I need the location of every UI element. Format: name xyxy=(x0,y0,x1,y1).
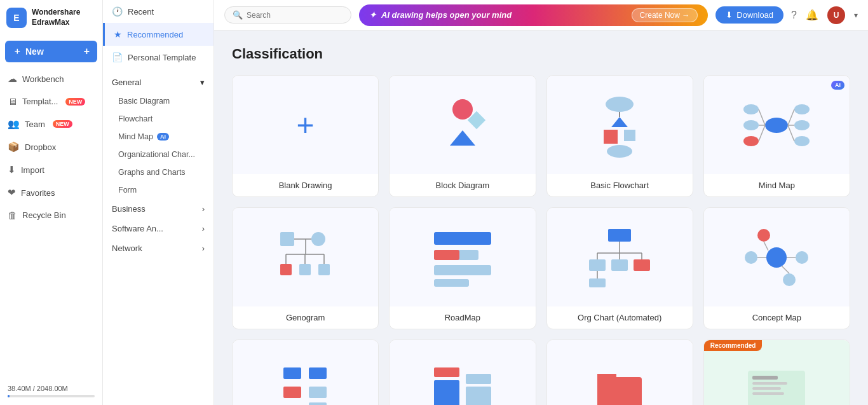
svg-rect-29 xyxy=(318,264,330,275)
mid-nav-recommended[interactable]: ★ Recommended xyxy=(103,23,214,46)
bell-icon[interactable]: 🔔 xyxy=(806,9,818,21)
favorites-icon: ❤ xyxy=(8,187,16,198)
card-bar[interactable] xyxy=(389,340,536,405)
sub-flowchart[interactable]: Flowchart xyxy=(103,110,214,128)
svg-rect-46 xyxy=(611,259,628,271)
section-title: Classification xyxy=(232,46,850,62)
card-concept-map[interactable]: Concept Map xyxy=(703,207,850,329)
cards-grid-row1: + Blank Drawing Block Diagram xyxy=(232,75,850,197)
sub-form[interactable]: Form xyxy=(103,181,214,199)
mid-nav-recent[interactable]: 🕐 Recent xyxy=(103,0,214,23)
sidebar-item-team[interactable]: 👥 Team NEW xyxy=(0,113,102,135)
card-org-chart[interactable]: Org Chart (Automated) xyxy=(546,207,693,329)
sub-basic-diagram[interactable]: Basic Diagram xyxy=(103,92,214,110)
svg-point-16 xyxy=(794,136,810,146)
svg-rect-37 xyxy=(434,265,491,275)
card-mind-map[interactable]: AI Mind Map xyxy=(703,75,850,197)
svg-line-20 xyxy=(788,109,794,125)
avatar-chevron-icon[interactable]: ▾ xyxy=(854,11,858,20)
app-logo: E xyxy=(6,8,27,28)
recycle-icon: 🗑 xyxy=(8,210,17,221)
svg-rect-73 xyxy=(752,387,781,390)
card-folder[interactable] xyxy=(546,340,693,405)
new-button[interactable]: ＋ New + xyxy=(5,41,97,62)
svg-line-22 xyxy=(788,125,794,141)
network-chevron-icon: › xyxy=(202,244,205,253)
svg-rect-45 xyxy=(589,259,606,271)
card-basic-flowchart[interactable]: Basic Flowchart xyxy=(546,75,693,197)
app-name: Wondershare EdrawMax xyxy=(32,8,80,27)
help-icon[interactable]: ? xyxy=(791,10,797,21)
download-button[interactable]: ⬇ Download xyxy=(715,6,783,24)
chevron-right-icon: › xyxy=(202,204,205,214)
svg-rect-71 xyxy=(752,376,778,380)
recent-label: Recent xyxy=(128,7,154,17)
left-sidebar: E Wondershare EdrawMax ＋ New + ☁ Workben… xyxy=(0,0,103,405)
mid-nav-personal[interactable]: 📄 Personal Template xyxy=(103,46,214,69)
recommended-label: Recommended xyxy=(127,30,183,39)
svg-rect-67 xyxy=(466,374,491,384)
recycle-label: Recycle Bin xyxy=(22,210,66,220)
sidebar-item-templates[interactable]: 🖥 Templat... NEW xyxy=(0,90,102,113)
search-input[interactable] xyxy=(247,11,343,20)
sidebar-item-workbench[interactable]: ☁ Workbench xyxy=(0,67,102,90)
svg-rect-59 xyxy=(283,367,301,379)
network-section[interactable]: Network › xyxy=(103,238,214,258)
card-recommended[interactable]: Recommended xyxy=(703,340,850,405)
card-concept-map-img xyxy=(704,208,850,306)
svg-point-10 xyxy=(765,118,788,133)
svg-rect-23 xyxy=(280,232,294,246)
card-blank-drawing[interactable]: + Blank Drawing xyxy=(232,75,379,197)
card-tree-img xyxy=(233,340,378,405)
card-genogram[interactable]: Genogram xyxy=(232,207,379,329)
team-icon: 👥 xyxy=(8,118,20,130)
card-recommended-img: Recommended xyxy=(704,340,850,405)
svg-rect-27 xyxy=(280,264,292,275)
favorites-label: Favorites xyxy=(21,188,55,198)
svg-point-13 xyxy=(743,136,759,146)
recommended-icon: ★ xyxy=(114,29,122,39)
general-header[interactable]: General ▾ xyxy=(103,72,214,92)
dropbox-icon: 📦 xyxy=(8,141,20,153)
recommended-badge: Recommended xyxy=(704,340,763,351)
svg-rect-72 xyxy=(752,382,787,385)
sub-graphs[interactable]: Graphs and Charts xyxy=(103,163,214,181)
sidebar-item-import[interactable]: ⬇ Import xyxy=(0,158,102,181)
svg-point-12 xyxy=(743,120,759,130)
new-extra-plus: + xyxy=(84,46,90,57)
create-now-button[interactable]: Create Now → xyxy=(632,8,698,22)
card-tree[interactable] xyxy=(232,340,379,405)
general-label: General xyxy=(112,78,141,87)
cards-grid-row3: Recommended xyxy=(232,340,850,405)
sidebar-item-dropbox[interactable]: 📦 Dropbox xyxy=(0,135,102,158)
svg-marker-1 xyxy=(450,130,475,146)
sidebar-item-favorites[interactable]: ❤ Favorites xyxy=(0,181,102,204)
ai-promo-label: AI drawing helps open your mind xyxy=(381,10,512,20)
sidebar-item-recycle[interactable]: 🗑 Recycle Bin xyxy=(0,204,102,226)
svg-rect-6 xyxy=(624,130,635,141)
sub-mind-map[interactable]: Mind Map AI xyxy=(103,128,214,146)
mind-map-label: Mind Map xyxy=(118,132,153,141)
svg-rect-34 xyxy=(434,232,491,245)
user-avatar[interactable]: U xyxy=(827,6,845,24)
search-box[interactable]: 🔍 xyxy=(224,6,351,24)
download-icon: ⬇ xyxy=(726,10,733,20)
card-genogram-img xyxy=(233,208,378,306)
card-block-diagram[interactable]: Block Diagram xyxy=(389,75,536,197)
content-area: Classification + Blank Drawing xyxy=(214,31,868,405)
recent-icon: 🕐 xyxy=(112,6,123,17)
sub-org-chart[interactable]: Organizational Char... xyxy=(103,146,214,163)
svg-point-50 xyxy=(766,247,787,268)
card-block-diagram-img xyxy=(390,76,535,174)
svg-point-15 xyxy=(794,120,810,130)
top-icons: ? 🔔 U ▾ xyxy=(791,6,858,24)
chevron-down-icon: ▾ xyxy=(200,78,205,87)
card-roadmap[interactable]: RoadMap xyxy=(389,207,536,329)
ai-promo-banner: ✦ AI drawing helps open your mind Create… xyxy=(359,4,708,26)
business-section[interactable]: Business › xyxy=(103,199,214,219)
storage-area: 38.40M / 2048.00M xyxy=(0,380,102,405)
new-label: New xyxy=(25,46,44,57)
personal-icon: 📄 xyxy=(112,52,123,62)
software-section[interactable]: Software An... › xyxy=(103,219,214,238)
mind-map-ai-badge: AI xyxy=(831,81,844,90)
